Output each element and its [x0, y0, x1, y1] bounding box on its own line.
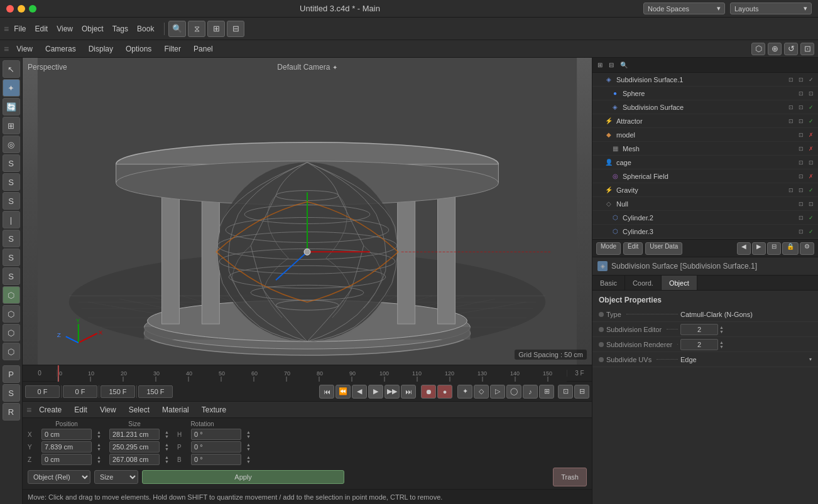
- tool-15[interactable]: ⬡: [3, 324, 20, 341]
- tool-9[interactable]: |: [3, 211, 20, 228]
- viewport-option-3[interactable]: ↺: [784, 43, 798, 55]
- hier-item-cylinder2[interactable]: ⬡ Cylinder.2 ⊡ ✓: [592, 211, 818, 225]
- record-btn[interactable]: ⏺: [421, 385, 436, 399]
- top-menu-file[interactable]: File: [10, 24, 30, 33]
- top-menu-tags[interactable]: Tags: [109, 24, 132, 33]
- x-size-input[interactable]: [109, 429, 160, 440]
- apply-button[interactable]: Apply: [142, 470, 344, 484]
- end-frame-input[interactable]: [101, 385, 135, 398]
- tool-8[interactable]: S: [3, 192, 20, 210]
- h-rotation-input[interactable]: [191, 429, 241, 440]
- hier-item-attractor[interactable]: ⚡ Attractor ⊡ ⊡ ✓: [592, 114, 818, 128]
- p-rotation-input[interactable]: [191, 441, 241, 453]
- playback-mode-btn[interactable]: ⊡: [558, 385, 573, 399]
- node-spaces-dropdown[interactable]: Node Spaces ▾: [643, 3, 725, 14]
- b-rot-spinbox-icon[interactable]: ▲▼: [246, 455, 254, 464]
- p-rot-spinbox-icon[interactable]: ▲▼: [246, 442, 254, 451]
- subdivision-renderer-spinbox[interactable]: ▲ ▼: [719, 340, 724, 349]
- close-button[interactable]: [6, 5, 14, 13]
- prop-nav-back[interactable]: ◀: [737, 242, 751, 255]
- hamburger-menu-icon[interactable]: ≡: [4, 24, 9, 34]
- menu-panel[interactable]: Panel: [188, 42, 218, 56]
- bottom-menu-view[interactable]: View: [95, 403, 121, 417]
- subdivide-uvs-dropdown[interactable]: ▾: [809, 357, 812, 362]
- b-rotation-input[interactable]: [191, 454, 241, 465]
- tool-16[interactable]: ⬡: [3, 343, 20, 360]
- prev-keyframe-btn[interactable]: ◇: [474, 385, 489, 399]
- hier-item-spherical-field[interactable]: ◎ Spherical Field ⊡ ✗: [592, 169, 818, 183]
- mode-btn[interactable]: Mode: [596, 242, 621, 255]
- coordinate-system-select[interactable]: Object (Rel) World: [28, 470, 90, 484]
- top-menu-edit[interactable]: Edit: [31, 24, 52, 33]
- y-position-input[interactable]: [41, 441, 92, 453]
- step-back-btn[interactable]: ⏪: [335, 385, 351, 399]
- z-size-input[interactable]: [109, 454, 160, 465]
- prop-filter[interactable]: ⊟: [767, 242, 781, 255]
- menu-cameras[interactable]: Cameras: [40, 42, 81, 56]
- minimize-button[interactable]: [18, 5, 25, 13]
- h-rot-spinbox-icon[interactable]: ▲▼: [246, 430, 254, 439]
- auto-key-btn[interactable]: ●: [437, 385, 452, 399]
- menu-display[interactable]: Display: [84, 42, 118, 56]
- current-frame-input[interactable]: [25, 385, 60, 398]
- config-btn[interactable]: ⊟: [574, 385, 589, 399]
- tool-6[interactable]: S: [3, 154, 20, 172]
- x-pos-spinbox-icon[interactable]: ▲▼: [97, 430, 104, 439]
- viewport-option-1[interactable]: ⬡: [751, 43, 765, 55]
- tool-12[interactable]: S: [3, 267, 20, 285]
- subdivision-editor-input[interactable]: [680, 324, 718, 335]
- filter-icon[interactable]: ⧖: [188, 21, 205, 37]
- y-size-input[interactable]: [109, 441, 160, 453]
- start-frame-input[interactable]: [63, 385, 97, 398]
- go-to-start-btn[interactable]: ⏮: [319, 385, 334, 399]
- play-back-btn[interactable]: ◀: [352, 385, 367, 399]
- preview-end-input[interactable]: [138, 385, 173, 398]
- bottom-menu-texture[interactable]: Texture: [197, 403, 231, 417]
- move-tool[interactable]: ✦: [3, 79, 20, 97]
- z-size-spinbox-icon[interactable]: ▲▼: [165, 455, 172, 464]
- motion-path-btn[interactable]: ◯: [506, 385, 521, 399]
- bottom-menu-create[interactable]: Create: [34, 403, 67, 417]
- edit-btn[interactable]: Edit: [623, 242, 643, 255]
- prop-config[interactable]: ⚙: [800, 242, 814, 255]
- top-menu-object[interactable]: Object: [78, 24, 107, 33]
- add-keyframe-btn[interactable]: ✦: [457, 385, 472, 399]
- select-tool[interactable]: ↖: [3, 60, 20, 78]
- timeline-btn[interactable]: ⊞: [539, 385, 554, 399]
- rotate-tool[interactable]: 🔄: [3, 98, 20, 115]
- transform-mode-select[interactable]: Size Scale: [94, 470, 138, 484]
- tool-5[interactable]: ◎: [3, 136, 20, 153]
- menu-view[interactable]: View: [11, 42, 38, 56]
- y-size-spinbox-icon[interactable]: ▲▼: [165, 442, 172, 451]
- maximize-button[interactable]: [29, 5, 36, 13]
- bottom-menu-material[interactable]: Material: [157, 403, 194, 417]
- z-pos-spinbox-icon[interactable]: ▲▼: [97, 455, 104, 464]
- hier-filter[interactable]: ⊟: [606, 62, 616, 68]
- tab-coord[interactable]: Coord.: [625, 276, 662, 290]
- layouts-dropdown[interactable]: Layouts ▾: [730, 3, 812, 14]
- hierarchy-icon[interactable]: ⊞: [207, 21, 225, 37]
- z-position-input[interactable]: [41, 454, 92, 465]
- x-position-input[interactable]: [41, 429, 92, 440]
- user-data-btn[interactable]: User Data: [645, 242, 682, 255]
- subdivision-renderer-input[interactable]: [680, 339, 718, 350]
- trash-button[interactable]: Trash: [553, 468, 587, 486]
- viewport-option-2[interactable]: ⊕: [768, 43, 782, 55]
- play-forward-btn[interactable]: ▶▶: [384, 385, 400, 399]
- hier-item-sphere[interactable]: ● Sphere ⊡ ⊡: [592, 87, 818, 100]
- expand-icon[interactable]: ⊟: [227, 21, 244, 37]
- tool-13[interactable]: ⬡: [3, 286, 20, 304]
- hier-item-mesh[interactable]: ▦ Mesh ⊡ ✗: [592, 142, 818, 156]
- play-btn[interactable]: ▶: [368, 385, 383, 399]
- hamburger-icon-2[interactable]: ≡: [4, 44, 9, 54]
- sound-btn[interactable]: ♪: [523, 385, 538, 399]
- top-menu-view[interactable]: View: [53, 24, 77, 33]
- menu-options[interactable]: Options: [121, 42, 156, 56]
- menu-filter[interactable]: Filter: [159, 42, 186, 56]
- tool-14[interactable]: ⬡: [3, 305, 20, 323]
- hier-search[interactable]: 🔍: [618, 62, 630, 68]
- go-to-end-btn[interactable]: ⏭: [401, 385, 416, 399]
- tab-basic[interactable]: Basic: [592, 276, 625, 290]
- search-icon[interactable]: 🔍: [168, 21, 186, 37]
- hier-menu-item[interactable]: ⊞: [595, 62, 605, 68]
